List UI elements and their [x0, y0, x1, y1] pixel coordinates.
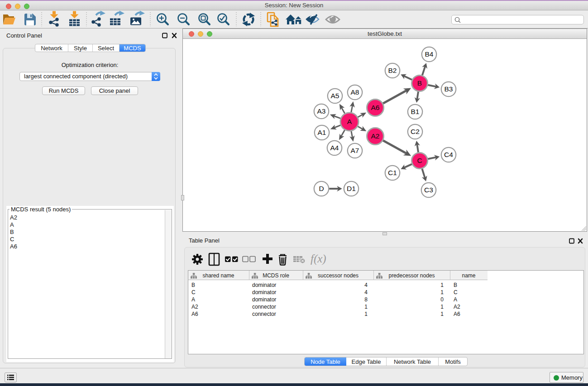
svg-text:A5: A5 — [331, 92, 339, 100]
svg-text:A3: A3 — [317, 107, 326, 115]
svg-text:C: C — [417, 157, 422, 164]
svg-text:B: B — [417, 79, 422, 87]
svg-text:D: D — [319, 185, 324, 192]
svg-text:C2: C2 — [411, 128, 420, 135]
svg-text:B2: B2 — [388, 67, 397, 74]
svg-text:D1: D1 — [347, 185, 356, 192]
svg-text:C1: C1 — [388, 169, 397, 176]
svg-text:A8: A8 — [351, 88, 359, 96]
svg-text:B1: B1 — [411, 108, 420, 115]
svg-text:f(x): f(x) — [311, 253, 326, 265]
svg-text:A: A — [347, 118, 352, 125]
svg-text:A6: A6 — [371, 104, 380, 111]
svg-text:A2: A2 — [371, 132, 380, 140]
svg-text:A1: A1 — [318, 129, 326, 136]
svg-text:B4: B4 — [425, 50, 434, 58]
svg-text:B3: B3 — [445, 85, 453, 93]
svg-text:A7: A7 — [351, 147, 359, 154]
svg-text:A4: A4 — [330, 144, 339, 152]
svg-text:C4: C4 — [444, 151, 453, 158]
svg-text:C3: C3 — [424, 186, 433, 194]
